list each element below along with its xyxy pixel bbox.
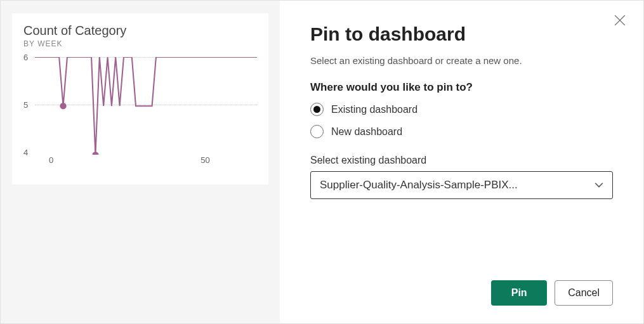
dialog-subtitle: Select an existing dashboard or create a… [310,55,613,66]
x-tick: 0 [49,155,53,165]
radio-icon [310,125,324,138]
pin-dialog: Count of Category BY WEEK 6 5 4 0 50 Pin… [1,1,643,323]
svg-point-0 [60,103,66,109]
radio-label: Existing dashboard [331,104,417,115]
chart-title: Count of Category [23,23,257,38]
chart-preview: Count of Category BY WEEK 6 5 4 0 50 [12,13,268,185]
x-axis: 0 50 [35,155,257,165]
dialog-buttons: Pin Cancel [491,280,613,306]
chevron-down-icon [595,182,603,188]
radio-icon [310,103,324,116]
close-button[interactable] [614,15,626,26]
chart-subtitle: BY WEEK [23,39,257,48]
pin-question-label: Where would you like to pin to? [310,81,613,94]
x-tick: 50 [200,155,209,165]
y-tick: 6 [23,53,28,62]
dialog-title: Pin to dashboard [310,23,613,45]
chart-svg [35,57,257,155]
dashboard-select[interactable]: Supplier-Quality-Analysis-Sample-PBIX... [310,171,613,199]
radio-label: New dashboard [331,126,402,138]
chart-area: 6 5 4 0 50 [23,57,257,152]
pin-button[interactable]: Pin [491,280,547,306]
y-tick: 5 [23,100,28,110]
select-value: Supplier-Quality-Analysis-Sample-PBIX... [320,179,518,191]
cancel-button[interactable]: Cancel [555,280,613,306]
close-icon [614,15,626,26]
preview-pane: Count of Category BY WEEK 6 5 4 0 50 [1,1,280,323]
svg-point-1 [92,152,98,155]
form-pane: Pin to dashboard Select an existing dash… [280,1,643,323]
select-existing-label: Select existing dashboard [310,155,613,166]
radio-new-dashboard[interactable]: New dashboard [310,125,613,138]
y-tick: 4 [23,148,28,157]
radio-existing-dashboard[interactable]: Existing dashboard [310,103,613,116]
